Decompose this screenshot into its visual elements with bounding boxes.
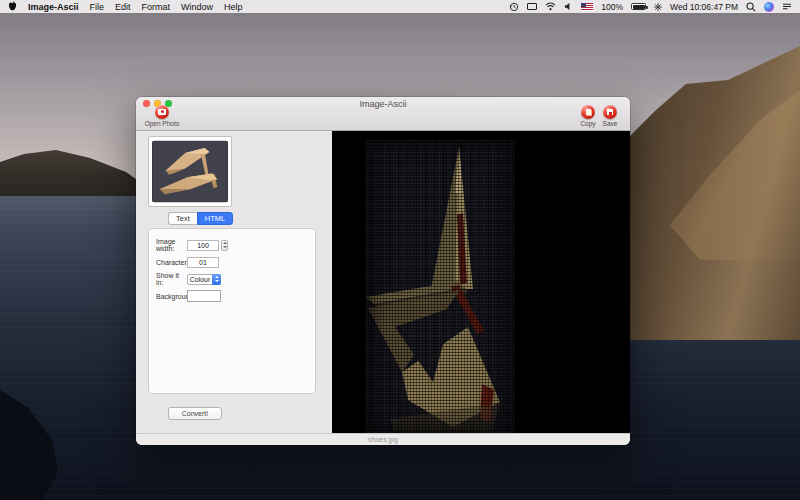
open-photo-button[interactable]: Open Photo <box>140 105 184 127</box>
wifi-icon[interactable] <box>545 2 556 11</box>
menu-file[interactable]: File <box>90 2 105 12</box>
settings-panel: Image width: 100 Characters: 01 Show it … <box>148 228 316 394</box>
menu-format[interactable]: Format <box>142 2 171 12</box>
photo-thumbnail-well[interactable] <box>148 136 232 207</box>
image-width-field[interactable]: 100 <box>187 240 219 251</box>
time-machine-icon[interactable] <box>509 2 519 12</box>
open-photo-label: Open Photo <box>145 120 180 127</box>
background-color-well[interactable] <box>187 290 221 302</box>
show-it-in-label: Show it in: <box>156 272 187 286</box>
notification-center-icon[interactable] <box>782 2 792 11</box>
ascii-character-grid <box>365 139 515 433</box>
tab-html[interactable]: HTML <box>197 212 233 225</box>
save-label: Save <box>603 120 618 127</box>
desktop: Image-Ascii File Edit Format Window Help… <box>0 0 800 500</box>
characters-field[interactable]: 01 <box>187 257 219 268</box>
menu-window[interactable]: Window <box>181 2 213 12</box>
characters-label: Characters: <box>156 259 187 266</box>
battery-icon[interactable] <box>631 3 646 10</box>
siri-icon[interactable] <box>764 2 774 12</box>
camera-icon <box>155 105 169 119</box>
menu-app-name[interactable]: Image-Ascii <box>28 2 79 12</box>
menu-edit[interactable]: Edit <box>115 2 131 12</box>
background-row: Background: <box>156 290 221 302</box>
show-it-in-popup[interactable]: Colour <box>187 274 221 285</box>
show-it-in-row: Show it in: Colour <box>156 273 221 285</box>
input-source-flag-icon[interactable] <box>581 3 593 11</box>
window-title: Image-Ascii <box>136 99 630 109</box>
menu-clock[interactable]: Wed 10:06:47 PM <box>670 2 738 12</box>
convert-button[interactable]: Convert! <box>168 407 222 420</box>
volume-icon[interactable] <box>564 2 573 11</box>
image-width-stepper[interactable] <box>221 240 228 251</box>
menu-bar: Image-Ascii File Edit Format Window Help… <box>0 0 800 13</box>
menu-help[interactable]: Help <box>224 2 243 12</box>
save-button[interactable]: Save <box>588 105 630 127</box>
fan-icon[interactable] <box>654 3 662 11</box>
status-bar: shoes.jpg <box>136 433 630 445</box>
background-label: Background: <box>156 293 187 300</box>
filename-label: shoes.jpg <box>368 436 398 443</box>
battery-percent: 100% <box>601 2 623 12</box>
sidebar: Text HTML Image width: 100 Characters: 0… <box>136 132 332 433</box>
image-width-label: Image width: <box>156 238 187 252</box>
characters-row: Characters: 01 <box>156 256 219 268</box>
output-mode-tabs: Text HTML <box>168 212 233 225</box>
image-width-row: Image width: 100 <box>156 239 228 251</box>
apple-menu-icon[interactable] <box>8 1 17 12</box>
shoes-thumbnail <box>152 140 228 203</box>
tab-text[interactable]: Text <box>168 212 197 225</box>
ascii-output-area <box>332 131 630 433</box>
app-window: Image-Ascii Open Photo Copy Save <box>136 97 630 445</box>
spotlight-icon[interactable] <box>746 2 756 12</box>
popup-chevrons-icon <box>212 274 221 285</box>
show-it-in-value: Colour <box>188 276 212 283</box>
save-icon <box>603 105 617 119</box>
display-icon[interactable] <box>527 3 537 10</box>
window-chrome: Image-Ascii Open Photo Copy Save <box>136 97 630 131</box>
